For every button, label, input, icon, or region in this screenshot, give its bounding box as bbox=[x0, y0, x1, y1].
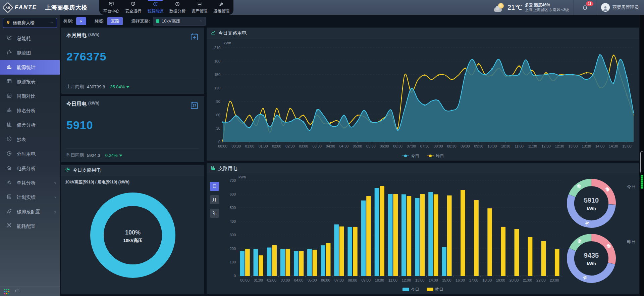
nav-asset[interactable]: 资产管理 bbox=[190, 0, 209, 15]
brand-name: FANTE bbox=[15, 4, 37, 11]
branch-select-label: 选择支路: bbox=[131, 18, 150, 24]
tag-branch-button[interactable]: 支路 bbox=[107, 17, 123, 25]
sidebar-item-label: 单耗分析 bbox=[17, 180, 49, 186]
svg-text:14:30: 14:30 bbox=[609, 144, 618, 148]
svg-text:30: 30 bbox=[216, 126, 220, 130]
sidebar-item-label: 电费分析 bbox=[17, 166, 56, 172]
today-card-title: 今日用电 bbox=[66, 101, 87, 107]
user-menu[interactable]: 丽婴房管理员 bbox=[596, 3, 644, 12]
category-electricity-button[interactable] bbox=[76, 17, 86, 25]
svg-text:10:00: 10:00 bbox=[488, 144, 497, 148]
svg-text:300: 300 bbox=[230, 233, 236, 237]
sidebar-item-home[interactable]: 电费分析 bbox=[0, 161, 60, 176]
sidebar-item-table[interactable]: 能源报表 bbox=[0, 75, 60, 89]
nav-safety[interactable]: 安全运行 bbox=[124, 0, 143, 15]
scrollbar-thumb-outline[interactable] bbox=[640, 151, 643, 173]
svg-text:08:00: 08:00 bbox=[434, 144, 443, 148]
chevron-down-icon bbox=[199, 18, 203, 24]
today-card-unit: (kWh) bbox=[88, 101, 99, 105]
period-toggle-月[interactable]: 月 bbox=[210, 195, 219, 204]
home-icon bbox=[6, 165, 12, 172]
sidebar-item-label: 总能耗 bbox=[17, 36, 56, 42]
branch-icon bbox=[156, 19, 159, 23]
calendar-plus-icon[interactable] bbox=[190, 32, 199, 41]
donut-card-subtitle: 10kV高压(5910) / 用电(5910) (kWh) bbox=[65, 179, 129, 185]
svg-text:16:00: 16:00 bbox=[455, 278, 465, 282]
svg-text:07:00: 07:00 bbox=[334, 278, 344, 282]
svg-text:90: 90 bbox=[216, 99, 220, 103]
page-scrollbar[interactable] bbox=[640, 15, 644, 296]
svg-text:11:30: 11:30 bbox=[528, 144, 537, 148]
nav-data[interactable]: 数据分析 bbox=[168, 0, 187, 15]
today-compare-label: 昨日同期 bbox=[66, 152, 84, 158]
leaf-icon bbox=[6, 208, 12, 215]
apps-grid-icon[interactable] bbox=[4, 289, 9, 294]
legend-item-今日[interactable]: 今日 bbox=[402, 153, 419, 159]
legend-marker bbox=[402, 288, 409, 291]
bolt-icon bbox=[79, 19, 83, 24]
chevron-down-icon: ∨ bbox=[54, 196, 56, 199]
weather-widget: 21℃ 多云 湿度46% 上海 上海城区 东南风 ≤3级 bbox=[494, 3, 574, 12]
notifications-button[interactable]: 11 bbox=[574, 4, 596, 10]
svg-text:150: 150 bbox=[214, 73, 220, 77]
svg-text:00:00: 00:00 bbox=[218, 144, 227, 148]
svg-text:9435: 9435 bbox=[584, 252, 599, 259]
sidebar-item-deviation[interactable]: 偏差分析 bbox=[0, 118, 60, 132]
period-toggle-年[interactable]: 年 bbox=[210, 209, 219, 218]
platform-icon bbox=[109, 1, 114, 8]
nav-energy[interactable]: 智慧能源 bbox=[146, 0, 165, 15]
nav-ops[interactable]: 运维管理 bbox=[212, 0, 231, 15]
today-usage-card: 今日用电 (kWh) 27 5910 昨日同期 5924.3 0.24% bbox=[61, 96, 204, 162]
svg-text:210: 210 bbox=[214, 46, 220, 50]
chevron-down-icon: ∨ bbox=[54, 210, 56, 213]
calendar-day-icon[interactable]: 27 bbox=[190, 101, 199, 110]
donut-card-title: 今日支路用电 bbox=[73, 167, 101, 173]
svg-text:kWh: kWh bbox=[587, 206, 596, 211]
svg-text:20:00: 20:00 bbox=[509, 278, 519, 282]
chevron-down-icon: ∨ bbox=[54, 181, 56, 184]
sidebar-item-label: 排名分析 bbox=[17, 108, 56, 114]
timepie-icon bbox=[6, 151, 12, 158]
svg-text:14:00: 14:00 bbox=[429, 278, 438, 282]
period-toggle-日[interactable]: 日 bbox=[210, 182, 219, 191]
sidebar-item-meter[interactable]: 抄表 bbox=[0, 132, 60, 147]
legend-marker bbox=[402, 156, 409, 156]
today-usage-value: 5910 bbox=[66, 119, 199, 132]
sidebar-item-calendar[interactable]: 同期对比 bbox=[0, 89, 60, 103]
sidebar-item-config[interactable]: 能耗配置 bbox=[0, 219, 60, 234]
svg-text:200: 200 bbox=[230, 247, 236, 251]
sidebar-item-timepie[interactable]: 分时用电 bbox=[0, 147, 60, 161]
sidebar-item-recycle[interactable]: 总能耗 bbox=[0, 31, 60, 46]
legend-item-昨日[interactable]: 昨日 bbox=[427, 153, 444, 159]
svg-text:18:00: 18:00 bbox=[483, 278, 492, 282]
line-chart-legend: 今日昨日 bbox=[207, 151, 639, 161]
legend-item-昨日[interactable]: 昨日 bbox=[427, 287, 443, 292]
building-select[interactable]: 丽婴房大楼 bbox=[3, 18, 57, 28]
svg-text:00:00: 00:00 bbox=[240, 278, 250, 282]
branch-select[interactable]: 10kV高压 bbox=[153, 17, 206, 26]
location-pin-icon bbox=[6, 20, 10, 26]
svg-text:13:00: 13:00 bbox=[415, 278, 425, 282]
sidebar-item-flow[interactable]: 能流图 bbox=[0, 46, 60, 60]
today-branch-line-card: 今日支路用电 0306090120150180210kWh00:0000:300… bbox=[207, 28, 639, 161]
nav-label: 平台中心 bbox=[103, 8, 119, 14]
sidebar-item-plan[interactable]: 计划实绩∨ bbox=[0, 190, 60, 205]
svg-text:10:30: 10:30 bbox=[501, 144, 511, 148]
nav-platform[interactable]: 平台中心 bbox=[102, 0, 121, 15]
sidebar-item-rank[interactable]: 排名分析 bbox=[0, 103, 60, 118]
sidebar-item-leaf[interactable]: 碳排放配置∨ bbox=[0, 205, 60, 219]
sidebar-item-stats[interactable]: 能源统计 bbox=[0, 60, 60, 75]
topbar-right: 21℃ 多云 湿度46% 上海 上海城区 东南风 ≤3级 11 丽婴房管理员 bbox=[494, 0, 644, 15]
svg-text:14:00: 14:00 bbox=[595, 144, 605, 148]
svg-text:600: 600 bbox=[230, 192, 236, 196]
today-change-percent[interactable]: 0.24% bbox=[105, 153, 122, 158]
calendar-icon bbox=[6, 93, 12, 100]
scrollbar-thumb[interactable] bbox=[641, 175, 643, 189]
gear-icon bbox=[6, 179, 12, 186]
today-compare-value: 5924.3 bbox=[87, 153, 100, 158]
collapse-menu-icon[interactable] bbox=[15, 289, 20, 295]
svg-text:00:30: 00:30 bbox=[231, 144, 241, 148]
month-change-percent[interactable]: 35.84% bbox=[110, 84, 129, 89]
sidebar-item-gear[interactable]: 单耗分析∨ bbox=[0, 176, 60, 190]
legend-item-今日[interactable]: 今日 bbox=[402, 287, 419, 292]
